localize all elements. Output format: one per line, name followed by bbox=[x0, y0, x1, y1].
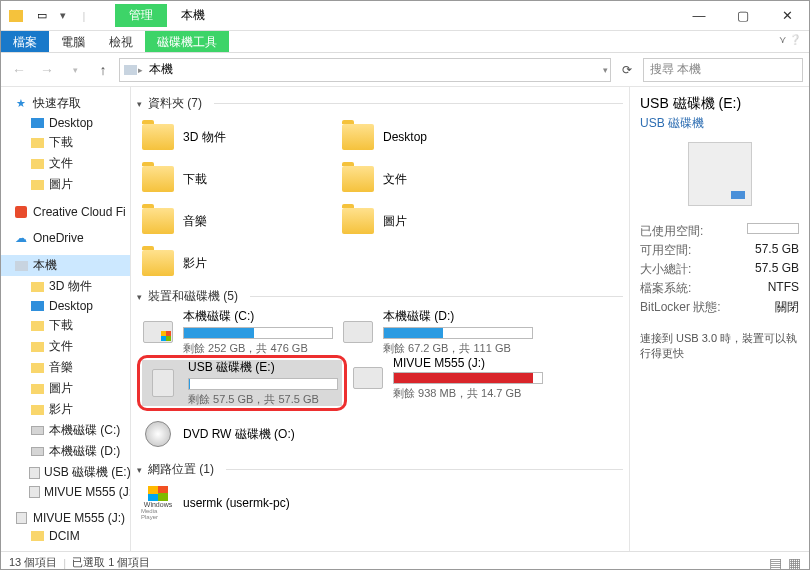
chevron-down-icon: ▾ bbox=[137, 465, 142, 475]
pc-icon bbox=[15, 261, 28, 271]
refresh-button[interactable]: ⟳ bbox=[615, 63, 639, 77]
ribbon-expand-button[interactable]: ⋎ ❔ bbox=[771, 31, 809, 52]
sidebar-item-downloads2[interactable]: 下載 bbox=[1, 315, 130, 336]
up-button[interactable]: ↑ bbox=[91, 58, 115, 82]
star-icon: ★ bbox=[13, 97, 29, 111]
sidebar-item-desktop2[interactable]: Desktop bbox=[1, 297, 130, 315]
breadcrumb[interactable]: 本機 bbox=[143, 61, 179, 78]
status-selection: 已選取 1 個項目 bbox=[72, 555, 150, 570]
sidebar-item-drive-e[interactable]: USB 磁碟機 (E:) bbox=[1, 462, 130, 483]
details-drive-icon bbox=[688, 142, 752, 206]
folder-tile[interactable]: 下載 bbox=[137, 158, 337, 200]
sidebar-this-pc[interactable]: 本機 bbox=[1, 255, 130, 276]
view-tiles-button[interactable]: ▦ bbox=[788, 555, 801, 571]
folder-icon bbox=[31, 138, 44, 148]
sidebar-creative-cloud[interactable]: Creative Cloud Fi bbox=[1, 203, 130, 221]
sidebar-item-drive-j[interactable]: MIVUE M555 (J:) bbox=[1, 483, 130, 501]
window-title: 本機 bbox=[167, 7, 677, 24]
usb-icon bbox=[16, 512, 27, 524]
sidebar-item-downloads[interactable]: 下載 bbox=[1, 132, 130, 153]
recent-dropdown[interactable]: ▾ bbox=[63, 58, 87, 82]
drive-icon bbox=[143, 321, 173, 343]
sidebar-item-drive-d[interactable]: 本機磁碟 (D:) bbox=[1, 441, 130, 462]
details-subtitle: USB 磁碟機 bbox=[640, 115, 799, 132]
app-icon bbox=[5, 5, 27, 27]
usb-icon bbox=[29, 486, 40, 498]
creative-cloud-icon bbox=[15, 206, 27, 218]
qat-separator: | bbox=[73, 5, 95, 27]
folder-tile[interactable]: 文件 bbox=[337, 158, 537, 200]
drive-tile-dvd[interactable]: DVD RW 磁碟機 (O:) bbox=[137, 411, 337, 457]
folder-icon bbox=[31, 363, 44, 373]
folder-icon bbox=[31, 531, 44, 541]
drive-tile-j[interactable]: MIVUE M555 (J:)剩餘 938 MB，共 14.7 GB bbox=[347, 355, 547, 401]
sidebar-item-music[interactable]: 音樂 bbox=[1, 357, 130, 378]
sidebar-item-pictures[interactable]: 圖片 bbox=[1, 174, 130, 195]
maximize-button[interactable]: ▢ bbox=[721, 1, 765, 31]
network-location-tile[interactable]: Windows Media Player usermk (usermk-pc) bbox=[137, 482, 623, 524]
navigation-bar: ← → ▾ ↑ ▸ 本機 ▾ ⟳ 搜尋 本機 bbox=[1, 53, 809, 87]
folder-icon bbox=[342, 166, 374, 192]
chevron-down-icon: ▾ bbox=[137, 292, 142, 302]
folder-icon bbox=[142, 208, 174, 234]
drive-tile-e-selected[interactable]: USB 磁碟機 (E:)剩餘 57.5 GB，共 57.5 GB bbox=[142, 360, 342, 406]
folder-icon bbox=[342, 208, 374, 234]
group-header-drives[interactable]: ▾裝置和磁碟機 (5) bbox=[137, 284, 623, 309]
folder-icon bbox=[31, 342, 44, 352]
qat-properties-icon[interactable]: ▭ bbox=[31, 5, 53, 27]
sidebar-item-3d[interactable]: 3D 物件 bbox=[1, 276, 130, 297]
details-title: USB 磁碟機 (E:) bbox=[640, 95, 799, 113]
sidebar-item-pictures2[interactable]: 圖片 bbox=[1, 378, 130, 399]
address-dropdown-icon[interactable]: ▾ bbox=[603, 65, 608, 75]
details-note: 連接到 USB 3.0 時，裝置可以執行得更快 bbox=[640, 331, 799, 361]
tab-drive-tools[interactable]: 磁碟機工具 bbox=[145, 31, 229, 52]
sidebar-quick-access[interactable]: ★快速存取 bbox=[1, 93, 130, 114]
drive-tile-d[interactable]: 本機磁碟 (D:)剩餘 67.2 GB，共 111 GB bbox=[337, 309, 537, 355]
tab-view[interactable]: 檢視 bbox=[97, 31, 145, 52]
cloud-icon: ☁ bbox=[13, 231, 29, 245]
navigation-pane: ★快速存取 Desktop 下載 文件 圖片 Creative Cloud Fi… bbox=[1, 87, 131, 551]
back-button[interactable]: ← bbox=[7, 58, 31, 82]
tab-computer[interactable]: 電腦 bbox=[49, 31, 97, 52]
detail-row: 已使用空間: bbox=[640, 222, 799, 241]
folder-icon bbox=[31, 405, 44, 415]
view-details-button[interactable]: ▤ bbox=[769, 555, 782, 571]
qat-dropdown-icon[interactable]: ▾ bbox=[57, 5, 69, 27]
desktop-icon bbox=[31, 118, 44, 128]
close-button[interactable]: ✕ bbox=[765, 1, 809, 31]
folder-icon bbox=[31, 282, 44, 292]
ribbon-tabs: 檔案 電腦 檢視 磁碟機工具 ⋎ ❔ bbox=[1, 31, 809, 53]
status-bar: 13 個項目 | 已選取 1 個項目 ▤ ▦ bbox=[1, 551, 809, 570]
folder-tile[interactable]: Desktop bbox=[337, 116, 537, 158]
sidebar-item-documents2[interactable]: 文件 bbox=[1, 336, 130, 357]
drive-tile-c[interactable]: 本機磁碟 (C:)剩餘 252 GB，共 476 GB bbox=[137, 309, 337, 355]
detail-row: BitLocker 狀態:關閉 bbox=[640, 298, 799, 317]
sidebar-mivue[interactable]: MIVUE M555 (J:) bbox=[1, 509, 130, 527]
folder-icon bbox=[142, 166, 174, 192]
folder-icon bbox=[31, 180, 44, 190]
title-bar: ▭ ▾ | 管理 本機 — ▢ ✕ bbox=[1, 1, 809, 31]
drive-icon bbox=[353, 367, 383, 389]
folder-tile[interactable]: 圖片 bbox=[337, 200, 537, 242]
group-header-folders[interactable]: ▾資料夾 (7) bbox=[137, 91, 623, 116]
status-item-count: 13 個項目 bbox=[9, 555, 57, 570]
minimize-button[interactable]: — bbox=[677, 1, 721, 31]
wmp-icon: Windows Media Player bbox=[141, 486, 175, 520]
sidebar-item-videos[interactable]: 影片 bbox=[1, 399, 130, 420]
folder-tile[interactable]: 影片 bbox=[137, 242, 337, 284]
folder-tile[interactable]: 音樂 bbox=[137, 200, 337, 242]
pc-icon bbox=[124, 65, 137, 75]
sidebar-item-dcim[interactable]: DCIM bbox=[1, 527, 130, 545]
folder-icon bbox=[31, 321, 44, 331]
forward-button[interactable]: → bbox=[35, 58, 59, 82]
sidebar-item-documents[interactable]: 文件 bbox=[1, 153, 130, 174]
sidebar-item-drive-c[interactable]: 本機磁碟 (C:) bbox=[1, 420, 130, 441]
address-bar[interactable]: ▸ 本機 ▾ bbox=[119, 58, 611, 82]
sidebar-onedrive[interactable]: ☁OneDrive bbox=[1, 229, 130, 247]
search-input[interactable]: 搜尋 本機 bbox=[643, 58, 803, 82]
tab-file[interactable]: 檔案 bbox=[1, 31, 49, 52]
detail-row: 可用空間:57.5 GB bbox=[640, 241, 799, 260]
folder-tile[interactable]: 3D 物件 bbox=[137, 116, 337, 158]
sidebar-item-desktop[interactable]: Desktop bbox=[1, 114, 130, 132]
group-header-network[interactable]: ▾網路位置 (1) bbox=[137, 457, 623, 482]
